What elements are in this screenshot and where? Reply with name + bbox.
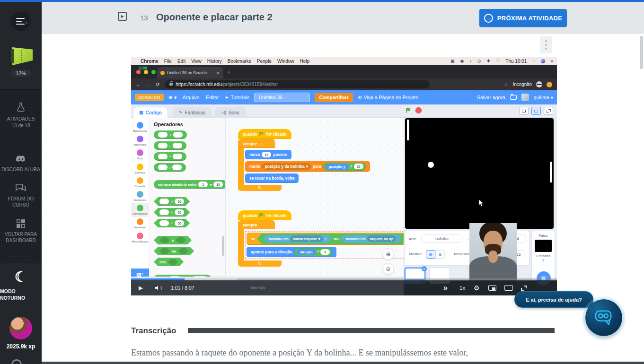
script-canvas[interactable]: quando for clicado sempre mova12passos m…	[226, 118, 404, 281]
show-sprite-button[interactable]: ◉	[426, 250, 435, 259]
small-stage-icon[interactable]	[519, 107, 529, 115]
close-tab-icon[interactable]: ✕	[216, 70, 220, 76]
category-operadores[interactable]: Operadores	[131, 203, 149, 217]
assistant-help-bubble[interactable]: E aí, precisa de ajuda?	[514, 291, 593, 308]
browser-status-icon[interactable]: ◉	[460, 59, 464, 63]
user-avatar[interactable]	[9, 317, 32, 339]
zoom-out-button[interactable]: ⊖	[382, 263, 394, 275]
touching-dropdown-1[interactable]: minha raquete▾	[290, 235, 323, 242]
block-or-condition[interactable]: tocando emminha raquete▾? ou tocando emr…	[257, 234, 404, 244]
stop-button[interactable]	[415, 107, 422, 113]
scratch-logo[interactable]: SCRATCH	[135, 94, 164, 101]
spotlight-icon[interactable]: ◌	[532, 59, 535, 63]
screen-record-icon[interactable]: ▣	[450, 59, 455, 63]
sidebar-item-activities[interactable]: ATIVIDADES 13 de 18	[1, 102, 41, 129]
block-multiply[interactable]: *	[154, 152, 186, 161]
block-bounce-on-edge[interactable]: se tocar na borda, volte	[245, 173, 299, 183]
block-touching-my-paddle[interactable]: tocando emminha raquete▾?	[263, 235, 332, 243]
category-variaveis[interactable]: Variáveis	[131, 217, 149, 231]
my-stuff-folder-icon[interactable]	[510, 95, 517, 100]
block-add[interactable]: +	[154, 130, 187, 139]
url-field[interactable]: https://scratch.mit.edu/projects/3034015…	[165, 80, 430, 88]
scratch-tutorials[interactable]: ✦ Tutoriais	[225, 95, 250, 100]
scratch-menu-edit[interactable]: Editar	[205, 95, 220, 100]
block-random[interactable]: número aleatório entre1e10	[154, 180, 226, 189]
tab-costumes[interactable]: ✎ Fantasias	[173, 107, 212, 118]
sidebar-toggle-button[interactable]: →	[11, 11, 31, 31]
delete-sprite-icon[interactable]: ✕	[422, 266, 427, 271]
hide-sprite-button[interactable]: ⊘	[435, 250, 445, 259]
sprite-name-field[interactable]: bolinha	[421, 234, 463, 243]
assistant-chat-button[interactable]	[585, 299, 622, 336]
share-button[interactable]: Compartilhar	[315, 93, 353, 102]
time-machine-icon[interactable]: ◷	[477, 59, 481, 63]
theater-mode-button[interactable]	[504, 280, 513, 295]
direction-reporter[interactable]: direção	[297, 249, 316, 255]
category-movimento[interactable]: Movimento	[131, 121, 149, 134]
block-or[interactable]: ou	[154, 247, 194, 255]
macos-menu-window[interactable]: Window	[277, 59, 294, 64]
category-controle[interactable]: Controle	[131, 176, 149, 190]
menubar-clock[interactable]: Thu 10:01	[505, 59, 527, 64]
pip-button[interactable]	[488, 280, 496, 295]
fullscreen-stage-icon[interactable]	[544, 107, 553, 115]
block-when-flag-clicked[interactable]: quando for clicado	[238, 129, 291, 139]
macos-menu-file[interactable]: File	[164, 59, 172, 64]
stage[interactable]	[405, 118, 554, 229]
project-name-input[interactable]: Untitled-36	[254, 93, 310, 102]
play-button[interactable]: ▶	[139, 280, 143, 295]
tab-sounds[interactable]: ◁) Sons	[215, 107, 246, 118]
zoom-in-button[interactable]: ⊕	[382, 248, 394, 260]
new-tab-button[interactable]: +	[227, 69, 231, 75]
block-less-than[interactable]: <50	[154, 208, 190, 217]
sidebar-item-dashboard[interactable]: VOLTAR PARA DASHBOARD	[1, 219, 41, 244]
large-stage-icon[interactable]	[531, 107, 541, 115]
block-and[interactable]: e	[154, 236, 192, 244]
notification-center-icon[interactable]: ≡	[551, 59, 553, 63]
siri-icon[interactable]	[541, 59, 545, 63]
skip-forward-button[interactable]: »	[443, 280, 448, 295]
operator-oval[interactable]: posição y+50	[323, 163, 366, 171]
block-set-variable[interactable]: mude posição y da bolinha▾ para posição …	[245, 161, 370, 172]
scratch-username[interactable]: guilima ▾	[534, 95, 553, 100]
drag-handle-kebab[interactable]	[540, 36, 552, 53]
variable-dropdown[interactable]: posição y da bolinha▾	[262, 163, 311, 170]
category-eventos[interactable]: Eventos	[131, 162, 149, 176]
volume-button[interactable]: )	[155, 280, 162, 295]
category-som[interactable]: Som	[131, 148, 149, 162]
macos-menu-bookmarks[interactable]: Bookmarks	[228, 59, 251, 64]
block-forever-2[interactable]: sempre	[238, 220, 275, 229]
position-y-reporter[interactable]: posição y	[326, 164, 349, 170]
sidebar-item-forum[interactable]: FÓRUM DO CURSO	[1, 183, 41, 208]
see-project-page-link[interactable]: ⟲ Veja a Página do Projeto	[358, 95, 418, 100]
video-player[interactable]: ChromeFileEditViewHistoryBookmarksPeople…	[131, 57, 557, 295]
window-traffic-lights[interactable]	[136, 70, 156, 74]
category-meus-blocos[interactable]: Meus Blocos	[131, 231, 149, 245]
category-aparencia[interactable]: Aparência	[131, 134, 149, 148]
page-scrollbar-thumb[interactable]	[640, 36, 643, 69]
back-icon[interactable]: ←	[136, 82, 141, 87]
course-logo[interactable]	[9, 47, 33, 65]
block-if-condition[interactable]: se tocando emminha raquete▾? ou tocando …	[247, 233, 404, 245]
block-divide[interactable]: /	[154, 163, 186, 172]
macos-menu-edit[interactable]: Edit	[177, 59, 185, 64]
script-ball-movement[interactable]: quando for clicado sempre mova12passos m…	[238, 129, 370, 191]
language-globe-icon[interactable]: ⊕ ▾	[168, 95, 177, 101]
script-opponent-paddle[interactable]: quando for clicado sempre se tocando emm…	[238, 210, 404, 267]
playback-speed-button[interactable]: 1x	[459, 280, 465, 295]
save-now-link[interactable]: Salvar agora	[477, 95, 505, 100]
scratch-menu-file[interactable]: Arquivo	[182, 95, 201, 100]
macos-menu-chrome[interactable]: Chrome	[141, 59, 159, 64]
macos-menu-history[interactable]: History	[207, 59, 222, 64]
profile-avatar-dot[interactable]	[547, 82, 552, 87]
block-forever[interactable]: sempre	[238, 139, 275, 148]
block-greater-than[interactable]: >50	[154, 197, 190, 206]
block-move-steps[interactable]: mova12passos	[245, 150, 291, 159]
block-equals[interactable]: =50	[154, 219, 190, 227]
block-not[interactable]: não	[154, 258, 184, 266]
next-activity-button[interactable]: → PRÓXIMA ATIVIDADE	[479, 9, 567, 27]
touching-dropdown-2[interactable]: raquete do op	[367, 235, 397, 242]
green-flag-button[interactable]	[406, 108, 411, 113]
reload-icon[interactable]: ⟳	[156, 81, 160, 87]
operator-oval-2[interactable]: direção*-1	[294, 248, 332, 256]
